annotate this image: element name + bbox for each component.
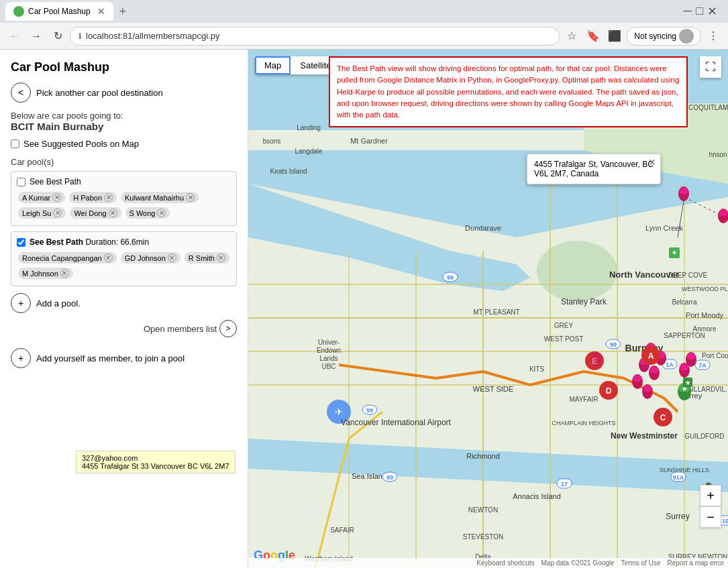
browser-tab[interactable]: Car Pool Mashup ✕ (5, 2, 113, 21)
sync-label: Not syncing (634, 32, 676, 41)
remove-wei-dong-button[interactable]: ✕ (109, 209, 117, 217)
svg-text:+: + (672, 248, 676, 258)
pool1-members: A Kumar ✕ H Pabon ✕ Kulwant Mahairhu ✕ L… (17, 190, 231, 220)
add-pool-label: Add a pool. (36, 298, 81, 308)
minimize-button[interactable]: ─ (683, 4, 692, 19)
add-member-label: Add yourself as member, to join a pool (36, 353, 185, 363)
svg-text:GREY: GREY (554, 322, 574, 329)
remove-a-kumar-button[interactable]: ✕ (52, 193, 61, 202)
menu-button[interactable]: ⋮ (704, 27, 723, 46)
member-tag-ronecia: Ronecia Capangpangan ✕ (18, 252, 117, 264)
restore-button[interactable]: □ (696, 4, 703, 19)
remove-kulwant-button[interactable]: ✕ (186, 193, 195, 202)
member-tag-a-kumar: A Kumar ✕ (18, 192, 65, 203)
pool2-best-path-checkbox[interactable] (17, 238, 25, 247)
svg-text:MAYFAIR: MAYFAIR (569, 396, 598, 403)
new-tab-button[interactable]: + (113, 2, 132, 21)
svg-text:99: 99 (610, 341, 617, 348)
map-info-text: The Best Path view will show driving dir… (337, 64, 679, 119)
zoom-controls: + − (700, 485, 721, 528)
tab-close-button[interactable]: ✕ (97, 6, 105, 17)
zoom-out-button[interactable]: − (700, 506, 721, 528)
remove-r-smith-button[interactable]: ✕ (217, 253, 225, 262)
member-tooltip: 327@yahoo.com 4455 Trafalgar St 33 Vanco… (76, 451, 236, 473)
svg-text:Lands: Lands (319, 355, 337, 362)
pool1-header: See Best Path (17, 177, 231, 186)
close-window-button[interactable]: ✕ (707, 4, 717, 19)
svg-text:10: 10 (722, 518, 728, 524)
sidebar-title: Car Pool Mashup (11, 60, 237, 74)
svg-text:7A: 7A (698, 362, 707, 369)
svg-text:NEWTON: NEWTON (468, 506, 498, 514)
popup-close-button[interactable]: ✕ (648, 157, 656, 168)
svg-text:99: 99 (366, 407, 373, 414)
reload-button[interactable]: ↻ (48, 27, 67, 46)
svg-text:Anmore: Anmore (692, 325, 716, 333)
svg-text:bsons: bsons (263, 137, 281, 145)
svg-text:Univer-: Univer- (318, 339, 340, 346)
member-tag-wei-dong: Wei Dong ✕ (70, 207, 121, 219)
tab-title: Car Pool Mashup (28, 7, 91, 16)
open-members-arrow-button[interactable]: > (219, 320, 237, 337)
member-name-kulwant: Kulwant Mahairhu (125, 194, 184, 202)
svg-text:Langdale: Langdale (295, 148, 323, 155)
remove-gd-johnson-button[interactable]: ✕ (168, 253, 176, 262)
map-type-map-button[interactable]: Map (255, 56, 291, 74)
remove-s-wong-button[interactable]: ✕ (157, 209, 166, 217)
svg-text:CHAMPLAIN HEIGHTS: CHAMPLAIN HEIGHTS (552, 420, 615, 427)
suggested-pools-checkbox[interactable] (11, 139, 19, 148)
member-tag-kulwant: Kulwant Mahairhu ✕ (121, 192, 199, 203)
pool2-members: Ronecia Capangpangan ✕ GD Johnson ✕ R Sm… (17, 251, 231, 280)
svg-text:SAFAIR: SAFAIR (330, 526, 354, 534)
svg-text:C: C (660, 413, 666, 422)
bookmark-star-button[interactable]: ☆ (562, 27, 581, 46)
pool2-best-path-label: See Best Path Duration: 66.6min (30, 237, 149, 247)
address-bar[interactable]: ℹ localhost:81/allmembersmapcgi.py (70, 27, 560, 46)
svg-text:99: 99 (386, 474, 393, 481)
pick-destination-button[interactable]: < (11, 82, 31, 103)
map-fullscreen-button[interactable]: ⛶ (700, 56, 721, 78)
svg-text:★: ★ (685, 380, 691, 386)
svg-text:Lynn Creek: Lynn Creek (645, 224, 683, 232)
member-name-s-wong: S Wong (129, 209, 156, 217)
pool1-best-path-label: See Best Path (30, 177, 81, 186)
car-pools-label: Car pool(s) (11, 157, 237, 167)
svg-point-132 (591, 352, 602, 367)
map-info-box: The Best Path view will show driving dir… (329, 56, 688, 127)
extensions-button[interactable]: ⬛ (605, 27, 624, 46)
add-member-button[interactable]: + (11, 348, 31, 368)
add-pool-row: + Add a pool. (11, 293, 237, 313)
read-later-button[interactable]: 🔖 (584, 27, 603, 46)
open-members-button[interactable]: Open members list > (144, 320, 237, 337)
report-map-error-link[interactable]: Report a map error (668, 559, 724, 567)
member-name-ronecia: Ronecia Capangpangan (22, 254, 102, 262)
zoom-in-button[interactable]: + (700, 485, 721, 506)
forward-button[interactable]: → (27, 27, 46, 46)
pool1-best-path-checkbox[interactable] (17, 178, 25, 186)
tooltip-email: 327@yahoo.com (82, 454, 229, 462)
back-button[interactable]: ← (5, 27, 24, 46)
member-name-m-johnson: M Johnson (22, 270, 58, 278)
add-pool-button[interactable]: + (11, 293, 31, 313)
keyboard-shortcuts-link[interactable]: Keyboard shortcuts (476, 559, 534, 567)
remove-ronecia-button[interactable]: ✕ (104, 253, 113, 262)
map-area[interactable]: + ✈ Dundarave Lynn Creek North Vancouver… (248, 50, 728, 568)
member-name-r-smith: R Smith (189, 254, 215, 262)
popup-address-line2: V6L 2M7, Canada (534, 169, 654, 178)
member-name-wei-dong: Wei Dong (74, 209, 106, 217)
sync-button[interactable]: Not syncing (627, 27, 701, 46)
pick-destination-row: < Pick another car pool destination (11, 82, 237, 103)
destination-name: BCIT Main Burnaby (11, 121, 237, 132)
remove-m-johnson-button[interactable]: ✕ (60, 269, 69, 278)
terms-of-use-link[interactable]: Terms of Use (621, 559, 661, 567)
svg-text:New Westminster: New Westminster (611, 431, 678, 441)
svg-text:Mt Gardner: Mt Gardner (350, 137, 388, 145)
fullscreen-icon: ⛶ (705, 61, 716, 73)
svg-text:WEST SIDE: WEST SIDE (473, 385, 513, 393)
open-members-label: Open members list (144, 324, 217, 334)
remove-h-pabon-button[interactable]: ✕ (104, 193, 113, 202)
svg-text:Belcarra: Belcarra (672, 298, 697, 306)
remove-leigh-su-button[interactable]: ✕ (53, 209, 62, 217)
pool-card-1: See Best Path A Kumar ✕ H Pabon ✕ Kulwan… (11, 171, 237, 226)
svg-text:Annacis Island: Annacis Island (513, 492, 561, 500)
